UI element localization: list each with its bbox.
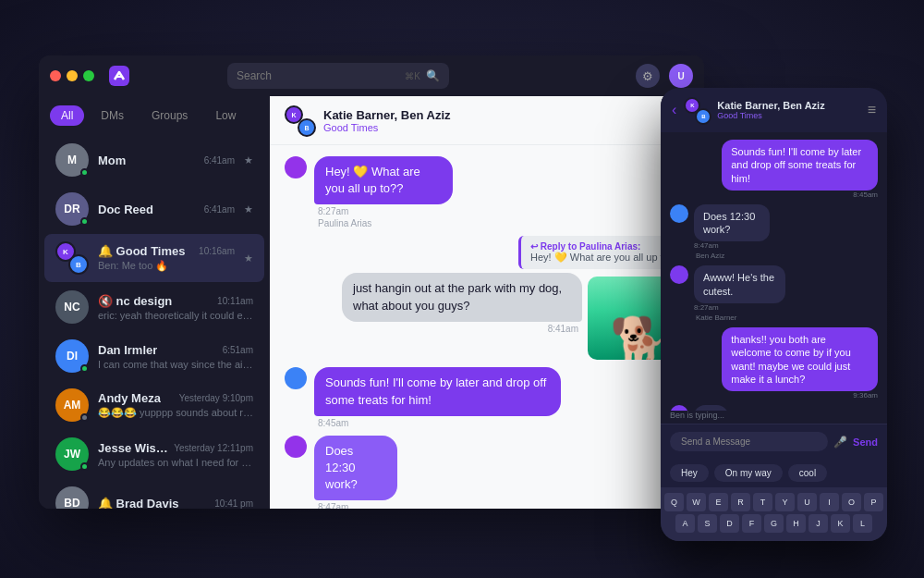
tab-all[interactable]: All	[50, 105, 84, 126]
avatar-good-times: K B	[55, 241, 89, 275]
search-input[interactable]	[237, 69, 399, 82]
sidebar-tabs: All DMs Groups Low	[39, 96, 270, 135]
avatar-andy-meza: AM	[55, 388, 89, 422]
mobile-contact-name: Katie Barner, Ben Aziz	[717, 100, 824, 111]
message-row: Hey! 💛 What are you all up to?? 8:27am P…	[285, 156, 689, 228]
mobile-message-bubble: Sounds fun! I'll come by later and drop …	[722, 140, 878, 191]
avatar-nc-design: NC	[55, 290, 89, 324]
conversation-list: M Mom 6:41am ★	[39, 135, 270, 509]
key-s[interactable]: S	[698, 514, 717, 533]
tab-groups[interactable]: Groups	[140, 105, 199, 126]
conversation-item-dan-irmler[interactable]: DI Dan Irmler 6:51am I can come that way…	[44, 332, 264, 380]
maximize-button[interactable]	[83, 70, 94, 81]
mobile-message-row: Awww! He's the cutest. 8:27am Katie Barn…	[670, 265, 878, 322]
avatar-brad-davis: BD	[55, 486, 89, 509]
sender-avatar	[285, 436, 307, 458]
key-o[interactable]: O	[842, 493, 861, 511]
chat-header-info: Katie Barner, Ben Aziz Good Times	[323, 108, 451, 133]
conversation-item-andy-meza[interactable]: AM Andy Meza Yesterday 9:10pm 😂😂😂 yupppp…	[44, 381, 264, 429]
conversation-item-jesse-wisnewski[interactable]: JW Jesse Wisnewski Yesterday 12:11pm Any…	[44, 430, 264, 478]
mobile-header: ‹ K B Katie Barner, Ben Aziz Good Times …	[661, 88, 887, 132]
mobile-app: ‹ K B Katie Barner, Ben Aziz Good Times …	[661, 88, 887, 541]
typing-indicator: Ben is typing...	[661, 411, 887, 424]
key-a[interactable]: A	[675, 514, 695, 533]
close-button[interactable]	[50, 70, 61, 81]
chat-header: K B Katie Barner, Ben Aziz Good Times	[270, 96, 704, 145]
mobile-messages: Sounds fun! I'll come by later and drop …	[661, 132, 887, 411]
search-shortcut: ⌘K	[405, 71, 420, 81]
key-i[interactable]: I	[820, 493, 839, 511]
key-t[interactable]: T	[753, 493, 772, 511]
keyboard-row-2: A S D F G H J K L	[664, 514, 883, 533]
avatar-dan-irmler: DI	[55, 339, 89, 373]
desktop-app: ⌘K 🔍 ⚙ U All DMs Groups Low	[39, 55, 704, 509]
quick-reply-cool[interactable]: cool	[788, 464, 827, 482]
message-time: 8:41am	[544, 324, 582, 334]
user-avatar[interactable]: U	[669, 64, 693, 88]
sender-avatar	[285, 367, 307, 389]
key-r[interactable]: R	[731, 493, 750, 511]
back-button[interactable]: ‹	[672, 102, 676, 118]
mobile-message-row: thanks!! you both are welcome to come by…	[670, 327, 878, 400]
key-u[interactable]: U	[797, 493, 817, 511]
conv-content-brad-davis: 🔔 Brad Davis 10:41 pm	[98, 497, 253, 510]
conversation-item-good-times[interactable]: K B 🔔 Good Times 10:16am Ben: Me too 🔥 ★	[44, 234, 264, 282]
key-f[interactable]: F	[742, 514, 761, 533]
conv-content-dan-irmler: Dan Irmler 6:51am I can come that way si…	[98, 343, 253, 370]
key-d[interactable]: D	[720, 514, 739, 533]
key-g[interactable]: G	[764, 514, 784, 533]
settings-button[interactable]: ⚙	[636, 64, 660, 88]
mobile-message-bubble: Does 12:30 work?	[694, 204, 770, 242]
conversation-item-mom[interactable]: M Mom 6:41am ★	[44, 136, 264, 184]
key-p[interactable]: P	[864, 493, 883, 511]
conversation-item-brad-davis[interactable]: BD 🔔 Brad Davis 10:41 pm	[44, 479, 264, 509]
search-bar[interactable]: ⌘K 🔍	[227, 63, 449, 89]
quick-replies: Hey On my way cool	[661, 459, 887, 487]
key-e[interactable]: E	[709, 493, 728, 511]
message-bubble: Sounds fun! I'll come by later and drop …	[314, 367, 561, 415]
message-bubble: Hey! 💛 What are you all up to??	[314, 156, 453, 204]
mobile-input-area: Send a Message 🎤 Send	[661, 424, 887, 459]
message-sender: Paulina Arias	[314, 218, 513, 228]
app-logo-icon	[109, 66, 129, 86]
sidebar: All DMs Groups Low M Mom	[39, 96, 270, 509]
send-button[interactable]: Send	[853, 437, 878, 448]
key-y[interactable]: Y	[775, 493, 795, 511]
chat-header-avatar: K B	[285, 105, 314, 135]
scene: ⌘K 🔍 ⚙ U All DMs Groups Low	[0, 0, 924, 578]
key-l[interactable]: L	[853, 514, 872, 533]
key-j[interactable]: J	[808, 514, 828, 533]
avatar-jesse-wisnewski: JW	[55, 437, 89, 471]
message-input[interactable]: Send a Message	[670, 432, 828, 451]
message-bubble: Does 12:30 work?	[314, 436, 397, 501]
mic-icon: 🎤	[833, 436, 847, 449]
mobile-message-sender: Katie Barner	[694, 314, 817, 322]
chat-messages: Hey! 💛 What are you all up to?? 8:27am P…	[270, 145, 704, 509]
tab-low[interactable]: Low	[204, 105, 247, 126]
conversation-item-nc-design[interactable]: NC 🔇 nc design 10:11am eric: yeah theore…	[44, 283, 264, 331]
mobile-message-bubble: Awww! He's the cutest.	[694, 265, 785, 303]
titlebar: ⌘K 🔍 ⚙ U	[39, 55, 704, 96]
key-q[interactable]: Q	[664, 493, 684, 511]
key-w[interactable]: W	[687, 493, 706, 511]
mobile-group-name: Good Times	[717, 111, 824, 120]
conversation-item-doc-reed[interactable]: DR Doc Reed 6:41am ★	[44, 185, 264, 233]
minimize-button[interactable]	[67, 70, 78, 81]
quick-reply-hey[interactable]: Hey	[670, 464, 709, 482]
conv-content-doc-reed: Doc Reed 6:41am	[98, 203, 235, 216]
mobile-header-info: Katie Barner, Ben Aziz Good Times	[717, 100, 824, 120]
conv-content-jesse-wisnewski: Jesse Wisnewski Yesterday 12:11pm Any up…	[98, 441, 253, 468]
message-time: 8:47am	[314, 502, 433, 509]
search-icon: 🔍	[426, 69, 440, 82]
key-k[interactable]: K	[831, 514, 850, 533]
quick-reply-on-my-way[interactable]: On my way	[714, 464, 783, 482]
avatar-mom: M	[55, 143, 89, 177]
mobile-menu-button[interactable]: ≡	[868, 102, 876, 118]
mobile-message-time: 8:45am	[853, 191, 878, 199]
titlebar-icons: ⚙ U	[636, 64, 693, 88]
conv-content-nc-design: 🔇 nc design 10:11am eric: yeah theoretic…	[98, 294, 253, 321]
tab-dms[interactable]: DMs	[90, 105, 135, 126]
conv-content-mom: Mom 6:41am	[98, 154, 235, 167]
mobile-message-sender: Ben Aziz	[694, 252, 795, 260]
key-h[interactable]: H	[786, 514, 806, 533]
